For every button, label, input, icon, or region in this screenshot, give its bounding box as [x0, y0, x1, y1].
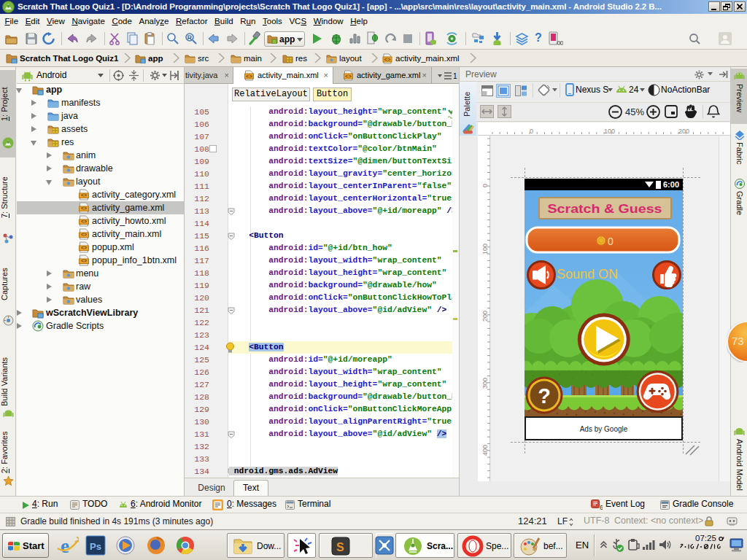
svg-text:200: 200	[678, 128, 689, 135]
svg-text:400: 400	[481, 445, 489, 456]
svg-text:<>: <>	[81, 232, 87, 237]
svg-text:<>: <>	[384, 56, 391, 63]
svg-text:Ps: Ps	[90, 541, 101, 552]
svg-text:0: 0	[530, 128, 533, 135]
svg-text:100: 100	[481, 244, 489, 254]
svg-text:6: 6	[600, 504, 603, 510]
svg-text:<>: <>	[81, 245, 87, 250]
svg-text:Sound ON: Sound ON	[557, 267, 618, 281]
svg-text:200: 200	[481, 311, 489, 322]
svg-text:e: e	[61, 535, 69, 556]
svg-text:<>: <>	[81, 206, 87, 211]
svg-text:300: 300	[481, 378, 489, 389]
svg-text:0: 0	[608, 236, 614, 247]
svg-text:?: ?	[538, 384, 551, 408]
svg-text:0: 0	[481, 184, 489, 187]
svg-text:<>: <>	[81, 192, 87, 198]
svg-text:<>: <>	[81, 219, 87, 224]
svg-text:S: S	[336, 541, 344, 553]
svg-text:<>: <>	[81, 258, 87, 263]
svg-text:100: 100	[604, 128, 615, 135]
svg-text:Scratch & Guess: Scratch & Guess	[548, 202, 662, 216]
